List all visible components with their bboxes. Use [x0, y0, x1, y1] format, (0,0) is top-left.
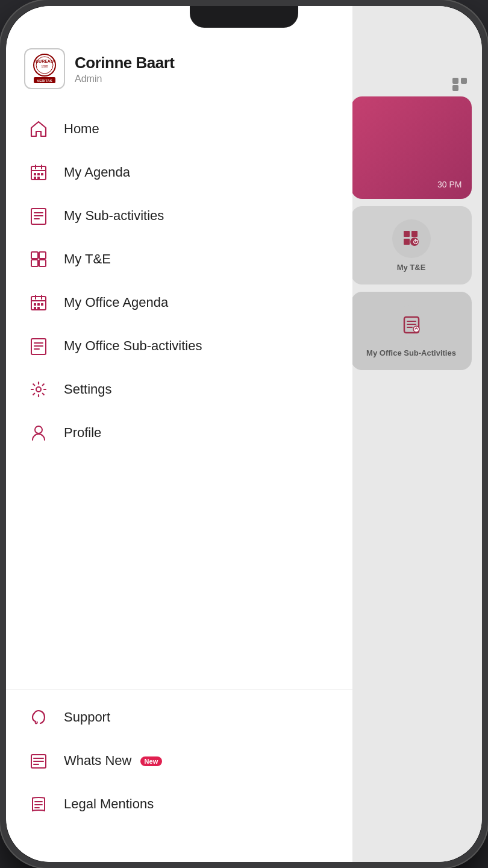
svg-rect-35: [39, 252, 46, 259]
nav-label-legal-mentions: Legal Mentions: [64, 796, 154, 812]
svg-rect-37: [39, 260, 46, 266]
svg-rect-25: [34, 173, 36, 175]
nav-label-my-agenda: My Agenda: [64, 165, 130, 180]
my-office-agenda-icon: [28, 292, 49, 313]
nav-list: Home: [6, 101, 352, 689]
svg-rect-28: [34, 177, 36, 179]
my-sub-activities-icon: [28, 205, 49, 227]
profile-icon: [28, 422, 49, 444]
nav-label-my-office-agenda: My Office Agenda: [64, 295, 168, 310]
drawer-bottom: Support Whats New New: [6, 689, 352, 862]
nav-label-whats-new: Whats New New: [64, 753, 162, 769]
svg-rect-44: [41, 303, 43, 306]
nav-item-profile[interactable]: Profile: [6, 411, 352, 454]
new-badge: New: [140, 756, 163, 766]
nav-label-home: Home: [64, 121, 99, 137]
main-content: 30 PM ⏱ My T&E: [340, 6, 482, 862]
svg-rect-36: [31, 260, 38, 266]
te-label: My T&E: [397, 263, 426, 272]
nav-label-my-sub-activities: My Sub-activities: [64, 208, 164, 224]
svg-rect-3: [404, 231, 410, 237]
svg-text:⏱: ⏱: [412, 239, 418, 245]
nav-item-my-office-sub-activities[interactable]: My Office Sub-activities: [6, 324, 352, 368]
nav-label-my-te: My T&E: [64, 251, 111, 267]
svg-rect-2: [452, 85, 458, 91]
nav-item-my-te[interactable]: My T&E: [6, 237, 352, 281]
nav-item-my-office-agenda[interactable]: My Office Agenda: [6, 281, 352, 324]
nav-item-settings[interactable]: Settings: [6, 368, 352, 411]
svg-rect-4: [411, 231, 418, 237]
svg-rect-34: [31, 252, 38, 259]
nav-label-settings: Settings: [64, 382, 112, 397]
svg-rect-42: [34, 303, 36, 306]
user-info: Corinne Baart Admin: [75, 54, 174, 84]
time-label: 30 PM: [437, 180, 461, 189]
svg-point-51: [36, 387, 41, 392]
nav-item-my-agenda[interactable]: My Agenda: [6, 151, 352, 194]
svg-rect-45: [34, 307, 36, 309]
nav-item-legal-mentions[interactable]: Legal Mentions: [6, 782, 352, 826]
svg-text:1828: 1828: [41, 64, 48, 68]
user-role: Admin: [75, 74, 174, 84]
svg-rect-46: [37, 307, 40, 309]
bureau-veritas-logo: BUREAU 1828 VERITAS: [24, 48, 65, 89]
te-icon-circle: ⏱: [392, 219, 431, 258]
legal-mentions-icon: [28, 793, 49, 815]
whats-new-icon: [28, 750, 49, 772]
svg-rect-0: [452, 78, 458, 84]
notch: [190, 6, 298, 28]
subact-card[interactable]: My Office Sub-Activities: [351, 292, 472, 370]
main-top-bar: [340, 54, 482, 90]
home-icon: [28, 118, 49, 140]
te-card[interactable]: ⏱ My T&E: [351, 206, 472, 285]
svg-text:VERITAS: VERITAS: [37, 79, 52, 83]
nav-item-support[interactable]: Support: [6, 696, 352, 739]
settings-icon: [28, 379, 49, 400]
top-right-icon[interactable]: [448, 72, 472, 96]
phone-frame: 30 PM ⏱ My T&E: [0, 0, 488, 868]
subact-label: My Office Sub-Activities: [366, 348, 456, 357]
svg-rect-27: [41, 173, 43, 175]
svg-rect-29: [37, 177, 40, 179]
my-agenda-icon: [28, 162, 49, 183]
drawer-header: BUREAU 1828 VERITAS Corinne Baart Admin: [6, 6, 352, 101]
nav-item-whats-new[interactable]: Whats New New: [6, 739, 352, 782]
nav-label-profile: Profile: [64, 425, 101, 441]
screen: 30 PM ⏱ My T&E: [6, 6, 482, 862]
support-icon: [28, 706, 49, 728]
svg-rect-5: [404, 239, 410, 245]
my-te-icon: [28, 248, 49, 270]
svg-rect-1: [461, 78, 467, 84]
svg-text:BUREAU: BUREAU: [36, 59, 54, 63]
subact-icon-circle: [392, 305, 431, 344]
svg-point-52: [35, 426, 42, 433]
svg-rect-26: [37, 173, 40, 175]
user-name: Corinne Baart: [75, 54, 174, 72]
svg-rect-43: [37, 303, 40, 306]
nav-label-my-office-sub-activities: My Office Sub-activities: [64, 338, 202, 354]
svg-point-12: [413, 326, 419, 332]
my-office-sub-activities-icon: [28, 335, 49, 357]
pink-card: 30 PM: [351, 96, 472, 199]
nav-label-support: Support: [64, 709, 110, 725]
nav-item-my-sub-activities[interactable]: My Sub-activities: [6, 194, 352, 237]
nav-item-home[interactable]: Home: [6, 107, 352, 151]
navigation-drawer: BUREAU 1828 VERITAS Corinne Baart Admin: [6, 6, 352, 862]
